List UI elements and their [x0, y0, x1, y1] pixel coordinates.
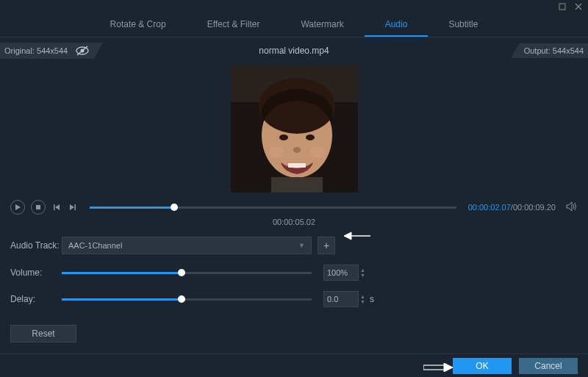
play-button[interactable] — [10, 200, 25, 215]
preview-toggle-icon[interactable] — [75, 46, 90, 56]
svg-rect-22 — [75, 204, 76, 210]
volume-down-stepper[interactable]: ▼ — [360, 273, 365, 278]
audio-track-label: Audio Track: — [10, 240, 62, 251]
tab-rotate-crop[interactable]: Rotate & Crop — [90, 13, 187, 37]
delay-label: Delay: — [10, 294, 62, 304]
window-close-icon[interactable] — [575, 2, 582, 12]
playback-timeline[interactable] — [90, 207, 456, 209]
svg-rect-18 — [36, 205, 40, 209]
reset-button[interactable]: Reset — [10, 325, 76, 342]
volume-slider-thumb[interactable] — [178, 269, 185, 276]
delay-down-stepper[interactable]: ▼ — [360, 299, 365, 304]
original-dimensions: Original: 544x544 — [4, 46, 68, 55]
timeline-thumb[interactable] — [171, 204, 178, 211]
ok-button[interactable]: OK — [453, 358, 512, 374]
tab-effect-filter[interactable]: Effect & Filter — [187, 13, 281, 37]
video-preview — [231, 65, 358, 193]
volume-icon[interactable] — [566, 201, 578, 214]
svg-rect-0 — [559, 4, 565, 10]
chevron-down-icon: ▼ — [298, 242, 305, 249]
window-maximize-icon[interactable] — [559, 2, 566, 12]
svg-marker-17 — [15, 204, 21, 210]
tab-watermark[interactable]: Watermark — [280, 13, 364, 37]
svg-marker-25 — [344, 232, 351, 240]
delay-unit: s — [370, 294, 374, 304]
cancel-button[interactable]: Cancel — [519, 358, 578, 374]
marker-time: 00:00:05.02 — [0, 216, 588, 232]
svg-point-15 — [310, 146, 325, 158]
delay-value-input[interactable]: 0.0 — [323, 291, 359, 307]
tab-audio[interactable]: Audio — [365, 13, 429, 37]
prev-frame-button[interactable] — [51, 202, 62, 212]
volume-up-stepper[interactable]: ▲ — [360, 268, 365, 273]
svg-marker-21 — [70, 204, 74, 210]
svg-point-12 — [293, 147, 301, 153]
add-audio-track-button[interactable]: + — [318, 237, 335, 254]
tab-bar: Rotate & Crop Effect & Filter Watermark … — [0, 13, 588, 37]
svg-point-11 — [306, 134, 315, 140]
tab-subtitle[interactable]: Subtitle — [428, 13, 498, 37]
delay-slider[interactable] — [62, 298, 312, 301]
svg-point-10 — [279, 134, 288, 140]
svg-marker-23 — [567, 202, 572, 211]
next-frame-button[interactable] — [68, 202, 78, 212]
delay-slider-thumb[interactable] — [178, 295, 185, 303]
stop-button[interactable] — [31, 200, 46, 215]
svg-point-14 — [269, 146, 284, 158]
volume-slider[interactable] — [62, 272, 312, 274]
volume-label: Volume: — [10, 268, 62, 278]
svg-rect-16 — [271, 177, 323, 193]
filename-label: normal video.mp4 — [259, 46, 329, 56]
time-display: 00:00:02.07/00:00:09.20 — [468, 203, 556, 212]
svg-rect-13 — [288, 163, 306, 168]
time-current: 00:00:02.07 — [468, 203, 511, 212]
volume-value-input[interactable]: 100% — [323, 265, 359, 281]
audio-track-dropdown[interactable]: AAC-1Channel ▼ — [62, 237, 312, 254]
audio-track-value: AAC-1Channel — [68, 241, 122, 250]
annotation-arrow-add — [344, 231, 370, 243]
delay-up-stepper[interactable]: ▲ — [360, 294, 365, 299]
output-dimensions: Output: 544x544 — [511, 43, 588, 58]
svg-rect-19 — [54, 204, 55, 210]
svg-marker-20 — [55, 204, 60, 210]
